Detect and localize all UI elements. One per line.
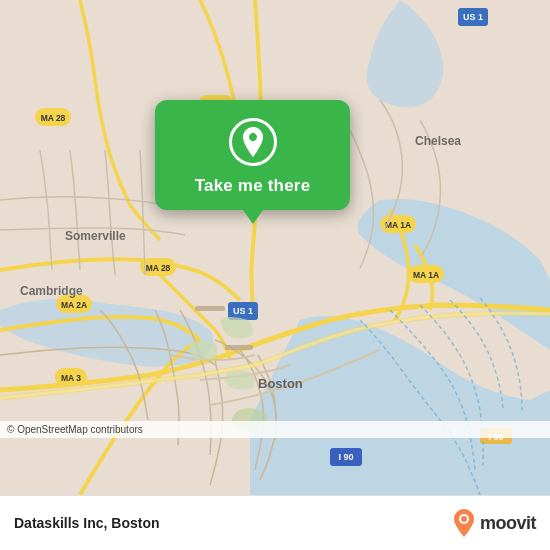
svg-text:MA 2A: MA 2A (61, 300, 87, 310)
svg-text:MA 28: MA 28 (41, 113, 66, 123)
svg-text:US 1: US 1 (233, 306, 253, 316)
map-attribution: © OpenStreetMap contributors (0, 421, 550, 438)
svg-rect-29 (225, 345, 253, 350)
svg-text:Somerville: Somerville (65, 229, 126, 243)
location-pin-icon (240, 127, 266, 157)
svg-text:MA 1A: MA 1A (413, 270, 439, 280)
map-container: I 90 US 1 US 1 MA 28 MA 28 MA 99 MA 2A (0, 0, 550, 495)
svg-point-31 (461, 516, 467, 522)
moovit-brand-text: moovit (480, 513, 536, 534)
svg-text:Chelsea: Chelsea (415, 134, 461, 148)
take-me-there-label: Take me there (195, 176, 311, 196)
footer-bar: Dataskills Inc, Boston moovit (0, 495, 550, 550)
svg-text:US 1: US 1 (463, 12, 483, 22)
svg-text:MA 3: MA 3 (61, 373, 81, 383)
take-me-there-popup[interactable]: Take me there (155, 100, 350, 210)
moovit-pin-icon (453, 509, 475, 537)
svg-text:MA 28: MA 28 (146, 263, 171, 273)
svg-text:Boston: Boston (258, 376, 303, 391)
svg-text:I 90: I 90 (338, 452, 353, 462)
svg-rect-28 (195, 306, 225, 311)
svg-text:Cambridge: Cambridge (20, 284, 83, 298)
footer-title: Dataskills Inc, Boston (14, 515, 159, 531)
moovit-logo: moovit (453, 509, 536, 537)
location-pin-icon-wrapper (229, 118, 277, 166)
